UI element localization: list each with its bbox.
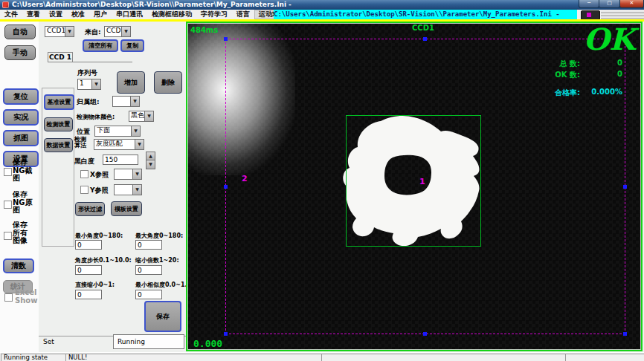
menu-view[interactable]: 查看 [22, 10, 45, 19]
max-angle-label: 最大角度0~180: [135, 232, 183, 240]
menu-serial-comm[interactable]: 串口通讯 [112, 10, 147, 19]
spin-down-icon[interactable]: ▼ [146, 160, 155, 169]
menu-frame-group-move[interactable]: 检测框组移动 [147, 10, 196, 19]
parameter-path-highlight: C:\Users\Administrator\Desktop\SR-Vision… [274, 10, 577, 19]
serial-label: 序列号 [77, 68, 97, 78]
shrink-factor-label: 缩小倍数1~20: [135, 256, 179, 264]
roi-handle-top-mid[interactable] [423, 37, 427, 41]
min-angle-input[interactable] [75, 240, 102, 250]
status-bar: Running state NULL! [0, 352, 644, 361]
y-reference-checkbox[interactable] [80, 186, 88, 194]
direct-shrink-input[interactable] [75, 290, 102, 299]
save-button[interactable]: 保存 [144, 301, 181, 332]
shape-filter-button[interactable]: 形状过滤 [75, 202, 105, 216]
angle-step-input[interactable] [75, 265, 102, 275]
roi-handle-mid-right[interactable] [623, 185, 627, 189]
coordinate-readout: 0.000 [193, 338, 222, 349]
cycle-time-label: 484ms [190, 26, 218, 34]
save-all-images-checkbox[interactable] [4, 232, 12, 240]
dropdown-arrow-icon[interactable]: ▼ [144, 111, 153, 121]
tab-running[interactable]: Running [113, 334, 184, 349]
camera-label: CCD1 [412, 24, 434, 32]
min-similarity-input[interactable] [135, 290, 162, 299]
clear-count-button[interactable]: 清数 [3, 258, 34, 273]
status-empty-1 [321, 354, 567, 361]
dropdown-arrow-icon[interactable]: ▼ [131, 126, 140, 136]
maximize-button[interactable]: ▢ [599, 0, 620, 8]
excel-show-checkbox[interactable] [4, 293, 13, 302]
excel-show-label: ExcelShow [15, 289, 37, 305]
window-title: C:\Users\Administrator\Desktop\SR-Vision… [12, 1, 292, 8]
settings-groupbox [42, 88, 74, 247]
y-reference-label: Y参照 [90, 186, 109, 195]
dropdown-arrow-icon[interactable]: ▼ [135, 140, 144, 149]
close-button[interactable]: ✕ [619, 0, 644, 8]
shrink-factor-input[interactable] [135, 265, 162, 275]
ccd-select[interactable]: CCD1▼ [45, 26, 74, 37]
live-button[interactable]: 实况 [3, 109, 39, 126]
add-button[interactable]: 增加 [117, 71, 145, 94]
ok-count-label: OK 数: [528, 70, 580, 80]
grab-button[interactable]: 抓图 [3, 130, 39, 146]
roi-handle-bottom-mid[interactable] [423, 332, 427, 336]
algorithm-select[interactable]: 灰度匹配▼ [94, 139, 144, 150]
minimize-button[interactable]: ─ [579, 0, 599, 8]
roi-handle-bottom-left[interactable] [224, 332, 228, 336]
menu-calibrate[interactable]: 校准 [67, 10, 89, 19]
menu-file[interactable]: 文件 [0, 10, 22, 19]
data-settings-button[interactable]: 数据设置 [44, 138, 73, 152]
delete-button[interactable]: 删除 [154, 71, 182, 94]
total-count-value: 0 [578, 59, 622, 67]
save-ng-screenshot-checkbox[interactable] [4, 168, 12, 176]
copy-button[interactable]: 复制 [120, 39, 144, 52]
roi-handle-top-left[interactable] [224, 37, 228, 41]
object-color-label: 检测物体颜色: [77, 113, 115, 121]
from-ccd-select[interactable]: CCD1▼ [104, 26, 131, 37]
total-count-label: 总 数: [528, 59, 580, 69]
x-reference-checkbox[interactable] [80, 170, 88, 178]
menu-settings[interactable]: 设置 [45, 10, 67, 19]
status-value: NULL! [65, 354, 323, 361]
max-angle-input[interactable] [135, 240, 162, 250]
dropdown-arrow-icon[interactable]: ▼ [130, 97, 139, 106]
dropdown-arrow-icon[interactable]: ▼ [121, 27, 130, 36]
angle-step-label: 角度步长0.1~10.0: [75, 256, 132, 264]
dropdown-arrow-icon[interactable]: ▼ [132, 185, 141, 195]
position-select[interactable]: 下面▼ [94, 126, 141, 137]
x-reference-label: X参照 [90, 170, 109, 180]
slider-thumb-icon[interactable] [587, 13, 591, 17]
tab-set[interactable]: Set [43, 338, 54, 345]
object-color-select[interactable]: 黑色▼ [129, 111, 154, 122]
pass-rate-value: 0.000% [578, 88, 622, 96]
status-empty-2 [565, 354, 644, 361]
menu-user[interactable]: 用户 [89, 10, 112, 19]
y-reference-select[interactable]: ▼ [114, 184, 142, 195]
roi-marker-1: 1 [419, 177, 425, 186]
save-ng-original-checkbox[interactable] [4, 201, 12, 209]
x-reference-select[interactable]: ▼ [114, 169, 142, 180]
min-similarity-label: 最小相似度0.0~1.0: [135, 281, 193, 289]
template-settings-button[interactable]: 模板设置 [111, 201, 142, 216]
dropdown-arrow-icon[interactable]: ▼ [132, 169, 141, 179]
roi-handle-mid-left[interactable] [224, 185, 228, 189]
detect-settings-button[interactable]: 检测设置 [44, 117, 73, 131]
result-ok-text: OK [583, 23, 635, 56]
menu-char-learning[interactable]: 字符学习 [196, 10, 232, 19]
title-bar: C:\Users\Administrator\Desktop\SR-Vision… [0, 0, 644, 10]
clear-all-button[interactable]: 清空所有 [83, 39, 118, 52]
save-all-images-label: 保存所有图像 [13, 221, 28, 245]
save-ng-original-label: 保存NG原图 [13, 191, 33, 215]
serial-select[interactable]: 1▼ [77, 79, 101, 90]
dropdown-arrow-icon[interactable]: ▼ [91, 79, 100, 89]
roi-handle-bottom-right[interactable] [623, 332, 627, 336]
menu-language[interactable]: 语言 [232, 10, 254, 19]
manual-button[interactable]: 手动 [4, 45, 36, 60]
reset-button[interactable]: 复位 [3, 88, 39, 105]
tab-ccd1[interactable]: CCD 1 [48, 52, 73, 62]
bw-threshold-input[interactable] [103, 155, 138, 165]
group-select[interactable]: ▼ [112, 96, 140, 107]
dropdown-arrow-icon[interactable]: ▼ [65, 27, 74, 36]
status-label: Running state [1, 354, 67, 361]
auto-button[interactable]: 自动 [4, 25, 36, 39]
base-settings-button[interactable]: 基准设置 [44, 94, 74, 110]
